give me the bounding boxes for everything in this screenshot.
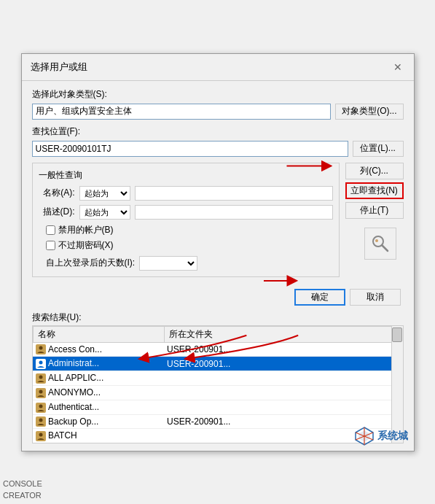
user-icon [36, 416, 46, 427]
table-row[interactable]: ANONYMO... [33, 385, 402, 400]
table-row[interactable]: Authenticat... [33, 400, 402, 414]
console-label: CONSOLE [3, 478, 42, 489]
user-icon [36, 431, 46, 441]
name-row: 名称(A): 起始为 [39, 186, 333, 201]
user-icon [36, 403, 46, 413]
search-results-label: 搜索结果(U): [32, 311, 404, 324]
location-input[interactable] [32, 141, 348, 157]
desc-input[interactable] [135, 205, 333, 220]
row-name-text: Access Con... [48, 344, 102, 354]
general-query-box: 一般性查询 名称(A): 起始为 描述(D): 起始为 [32, 163, 340, 277]
results-table: 名称 所在文件夹 Access Con...USER-200901...Admi… [33, 326, 403, 443]
checkbox-noexpire-label: 不过期密码(X) [58, 239, 114, 252]
row-folder [164, 385, 402, 400]
title-bar: 选择用户或组 ✕ [22, 54, 414, 81]
search-icon-button[interactable] [364, 228, 396, 260]
search-magnify-icon [369, 233, 391, 255]
days-label: 自上次登录后的天数(I): [46, 257, 136, 269]
checkbox-disabled-label: 禁用的帐户(B) [58, 224, 114, 236]
dialog-body: 选择此对象类型(S): 对象类型(O)... 查找位置(F): 位置(L)...… [22, 81, 414, 451]
svg-point-12 [39, 404, 43, 408]
row-name-text: Backup Op... [48, 416, 98, 427]
object-type-row: 对象类型(O)... [32, 104, 404, 120]
select-user-dialog: 选择用户或组 ✕ 选择此对象类型(S): 对象类型(O)... 查找位置(F):… [21, 53, 415, 451]
row-name-text: BATCH [48, 430, 77, 441]
table-row[interactable]: ALL APPLIC... [33, 371, 402, 386]
table-row[interactable]: BATCH [33, 429, 402, 443]
svg-point-4 [39, 346, 43, 350]
checkbox-disabled-row: 禁用的帐户(B) [46, 224, 333, 236]
svg-point-6 [39, 361, 43, 365]
user-icon [36, 373, 46, 384]
row-name-text: Authenticat... [48, 402, 99, 412]
user-icon [36, 359, 46, 369]
svg-point-8 [39, 375, 43, 379]
svg-point-2 [375, 239, 378, 242]
table-row[interactable]: Administrat...USER-200901... [33, 357, 402, 371]
location-row: 位置(L)... [32, 141, 404, 157]
desc-row: 描述(D): 起始为 [39, 205, 333, 220]
ok-button[interactable]: 确定 [294, 289, 345, 306]
object-type-input[interactable] [32, 104, 332, 120]
desc-select[interactable]: 起始为 [79, 205, 130, 220]
scrollbar[interactable] [391, 326, 403, 443]
user-icon [36, 388, 46, 398]
dialog-title: 选择用户或组 [31, 61, 87, 74]
results-container: 名称 所在文件夹 Access Con...USER-200901...Admi… [32, 325, 404, 443]
svg-line-1 [382, 245, 388, 251]
col-name-header: 名称 [33, 326, 164, 342]
search-now-button[interactable]: 立即查找(N) [345, 182, 404, 199]
table-row[interactable]: Access Con...USER-200901... [33, 342, 402, 357]
list-button[interactable]: 列(C)... [345, 163, 404, 179]
row-name: ALL APPLIC... [33, 371, 164, 386]
confirm-row: 确定 取消 [32, 289, 404, 306]
watermark-logo-icon [354, 426, 375, 446]
checkbox-noexpire[interactable] [46, 241, 55, 250]
row-folder [164, 371, 402, 386]
row-name: Backup Op... [33, 414, 164, 429]
name-input[interactable] [135, 186, 333, 201]
row-name-text: Administrat... [48, 358, 99, 368]
row-name: ANONYMO... [33, 385, 164, 400]
row-name: Access Con... [33, 342, 164, 357]
row-name: Authenticat... [33, 400, 164, 414]
svg-point-16 [39, 433, 43, 437]
days-select[interactable] [139, 256, 197, 271]
close-button[interactable]: ✕ [391, 60, 405, 74]
object-type-label: 选择此对象类型(S): [32, 88, 404, 101]
svg-point-10 [39, 389, 43, 393]
name-label: 名称(A): [39, 187, 75, 199]
svg-point-14 [39, 419, 43, 422]
object-type-button[interactable]: 对象类型(O)... [335, 104, 403, 120]
console-creator-label: CONSOLE CREATOR [3, 478, 42, 501]
creator-label: CREATOR [3, 490, 42, 501]
desc-label: 描述(D): [39, 206, 75, 218]
location-button[interactable]: 位置(L)... [353, 141, 404, 157]
name-select[interactable]: 起始为 [79, 186, 130, 201]
checkbox-noexpire-row: 不过期密码(X) [46, 239, 333, 252]
row-name-text: ALL APPLIC... [48, 373, 103, 383]
row-folder [164, 400, 402, 414]
col-folder-header: 所在文件夹 [164, 326, 402, 342]
stop-button[interactable]: 停止(T) [345, 202, 404, 219]
watermark: 系统城 [354, 426, 408, 446]
location-label: 查找位置(F): [32, 125, 404, 138]
cancel-button[interactable]: 取消 [350, 289, 401, 306]
general-query-title: 一般性查询 [39, 169, 333, 182]
row-name-text: ANONYMO... [48, 387, 101, 398]
row-folder: USER-200901... [164, 357, 402, 371]
days-row: 自上次登录后的天数(I): [46, 256, 333, 271]
row-name: BATCH [33, 429, 164, 443]
checkbox-disabled[interactable] [46, 225, 55, 235]
watermark-text: 系统城 [377, 430, 408, 443]
row-folder: USER-200901... [164, 342, 402, 357]
row-name: Administrat... [33, 357, 164, 371]
user-icon [36, 344, 46, 354]
table-row[interactable]: Backup Op...USER-200901... [33, 414, 402, 429]
